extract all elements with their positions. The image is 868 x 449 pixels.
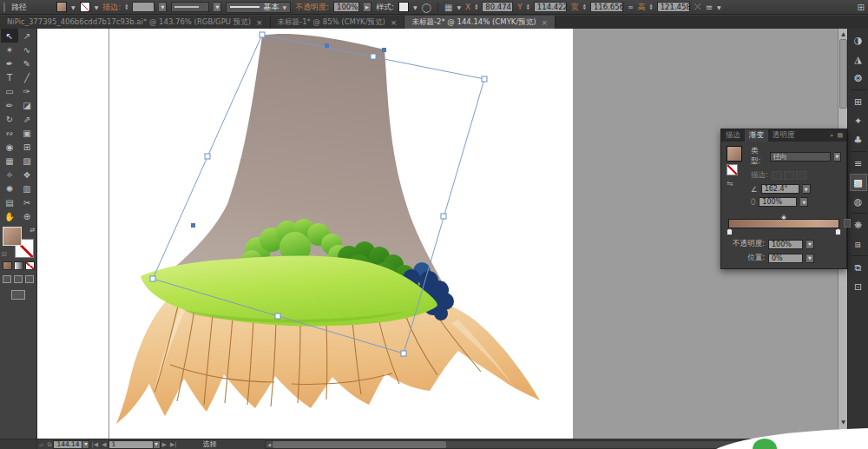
angle-dropdown-icon[interactable]: ▼ <box>803 184 811 194</box>
zoom-level-field[interactable]: 144.14 <box>53 440 82 449</box>
screen-mode-button[interactable] <box>11 290 25 300</box>
stroke-weight-dropdown[interactable]: ▼ <box>159 2 167 12</box>
shear-icon[interactable]: ⤫ <box>694 2 701 12</box>
tab-2-close-icon[interactable]: × <box>391 18 398 27</box>
w-stepper[interactable]: ▲▼ <box>583 3 586 10</box>
stop-location-field[interactable]: 0% <box>768 254 803 263</box>
tool-perspective-grid[interactable]: ⊞ <box>18 140 36 154</box>
swap-fill-stroke-icon[interactable]: ⇄ <box>30 227 35 234</box>
draw-normal-button[interactable] <box>3 275 11 283</box>
transform-w-field[interactable]: 116.656 <box>590 2 623 12</box>
tool-free-transform[interactable]: ▣ <box>18 126 36 140</box>
gradient-mode-button[interactable] <box>14 261 23 270</box>
dock-artboards-icon[interactable]: ⊡ <box>850 278 867 295</box>
transform-x-label[interactable]: X <box>465 3 470 11</box>
control-bar-grip[interactable] <box>3 3 5 12</box>
transform-y-field[interactable]: 114.422 <box>534 2 567 12</box>
panel-collapse-icon[interactable]: » <box>830 132 833 139</box>
aspect-dropdown-icon[interactable]: ▼ <box>800 197 808 207</box>
isolate-dropdown-icon[interactable]: ▼ <box>717 4 721 10</box>
dock-stroke-icon[interactable]: ≡ <box>850 155 867 172</box>
stroke-weight-label[interactable]: 描边: <box>102 2 121 13</box>
dock-color-guide-icon[interactable]: ◮ <box>850 50 867 68</box>
tool-eraser[interactable]: ◪ <box>18 98 36 112</box>
tool-rectangle[interactable]: ▭ <box>1 84 18 98</box>
color-mode-button[interactable] <box>3 261 12 270</box>
stroke-dropdown-icon[interactable]: ▼ <box>95 4 99 10</box>
tool-type[interactable]: T <box>1 70 18 84</box>
tool-pen[interactable]: ✒ <box>1 56 18 70</box>
style-swatch[interactable] <box>398 2 409 12</box>
fill-dropdown-icon[interactable]: ▼ <box>71 4 76 10</box>
delete-stop-icon[interactable] <box>844 219 851 228</box>
tool-mesh[interactable]: ▦ <box>1 154 18 168</box>
dock-symbols-icon[interactable]: ♣ <box>850 131 867 149</box>
tool-rotate[interactable]: ↻ <box>1 112 18 126</box>
draw-behind-button[interactable] <box>14 275 23 283</box>
transform-h-field[interactable]: 121.458 <box>657 2 690 12</box>
tool-line-segment[interactable]: ╱ <box>18 70 36 84</box>
zoom-dropdown-icon[interactable]: ▼ <box>82 440 89 449</box>
constrain-proportions-icon[interactable]: ∞ <box>628 3 634 11</box>
tool-direct-selection[interactable]: ↗ <box>18 29 36 43</box>
last-artboard-icon[interactable]: ▶| <box>170 441 177 448</box>
tab-document-1[interactable]: NiPic_377395_406b6cdd7b17c93b.ai* @ 143.… <box>0 16 271 29</box>
stop-opacity-field[interactable]: 100% <box>768 240 803 249</box>
stroke-within-button[interactable] <box>772 171 782 180</box>
tool-gradient[interactable]: ▨ <box>18 154 36 168</box>
y-stepper[interactable]: ▲▼ <box>527 3 529 10</box>
zoom-preset-icon[interactable]: ⧉ <box>47 441 51 448</box>
variable-width-profile[interactable] <box>171 2 209 12</box>
dock-transparency-icon[interactable]: ◍ <box>850 193 867 210</box>
zoom-out-icon[interactable]: ▱ <box>39 441 43 448</box>
x-stepper[interactable]: ▲▼ <box>475 3 477 10</box>
brush-definition[interactable]: 基本 ▼ <box>226 2 291 13</box>
tab-document-3[interactable]: 未标题-2* @ 144.14% (CMYK/预览) × <box>404 16 556 29</box>
vertical-scroll-thumb[interactable] <box>839 39 847 109</box>
tool-eyedropper[interactable]: ✧ <box>1 168 18 182</box>
gradient-angle-field[interactable]: 162.4° <box>761 184 799 194</box>
fill-proxy-swatch[interactable] <box>3 227 22 246</box>
isolate-icon[interactable]: ≡ <box>706 3 713 12</box>
tool-width[interactable]: ∾ <box>1 126 18 140</box>
panel-menu-icon[interactable]: ▤ <box>837 132 843 139</box>
gradient-fill-swatch[interactable] <box>727 146 742 162</box>
opacity-label[interactable]: 不透明度: <box>295 2 329 13</box>
gradient-slider[interactable] <box>728 219 839 228</box>
horizontal-scroll-thumb[interactable] <box>273 441 446 448</box>
panel-control-icon[interactable]: ⊞ <box>858 3 865 12</box>
transform-y-label[interactable]: Y <box>517 3 523 11</box>
stroke-color-swatch[interactable] <box>80 2 90 12</box>
gradient-stop-right[interactable] <box>835 228 841 235</box>
artboard-dropdown-icon[interactable]: ▼ <box>154 440 161 449</box>
first-artboard-icon[interactable]: |◀ <box>91 441 98 448</box>
tab-transparency-panel[interactable]: 透明度 <box>768 129 799 142</box>
transform-x-field[interactable]: 80.474 <box>482 2 513 12</box>
align-dropdown-icon[interactable]: ▼ <box>457 4 461 10</box>
tool-magic-wand[interactable]: ✶ <box>1 43 18 56</box>
profile-dropdown[interactable]: ▼ <box>214 2 221 12</box>
default-fill-stroke-icon[interactable]: ◱ <box>2 250 7 256</box>
tool-hand[interactable]: ✋ <box>1 209 18 223</box>
stroke-across-button[interactable] <box>796 171 806 180</box>
fill-color-swatch[interactable] <box>56 2 67 12</box>
h-stepper[interactable]: ▲▼ <box>650 3 653 10</box>
tool-pencil[interactable]: ✏ <box>1 98 18 112</box>
opacity-dropdown[interactable]: ▶ <box>364 2 372 12</box>
document-setup-icon[interactable]: ◯ <box>422 3 431 12</box>
transform-h-label[interactable]: 高 <box>638 2 646 13</box>
tool-lasso[interactable]: ∿ <box>18 43 36 56</box>
tool-paintbrush[interactable]: ✑ <box>18 84 36 98</box>
location-dropdown-icon[interactable]: ▼ <box>806 254 814 263</box>
dock-brushes-icon[interactable]: ✦ <box>850 112 867 129</box>
tool-symbol-sprayer[interactable]: ✺ <box>1 182 18 195</box>
tab-gradient-panel[interactable]: 渐变 <box>745 129 768 142</box>
opacity-field[interactable]: 100% <box>333 2 359 12</box>
tool-column-graph[interactable]: ▥ <box>18 182 36 195</box>
tab-stroke-panel[interactable]: 描边 <box>721 129 745 142</box>
tool-blend[interactable]: ❖ <box>18 168 36 182</box>
dock-recolor-artwork-icon[interactable]: ❂ <box>850 69 867 87</box>
tool-scale[interactable]: ⇗ <box>18 112 36 126</box>
reverse-gradient-icon[interactable]: ⇋ <box>727 179 749 188</box>
dock-layers-icon[interactable]: ⧉ <box>850 259 867 276</box>
